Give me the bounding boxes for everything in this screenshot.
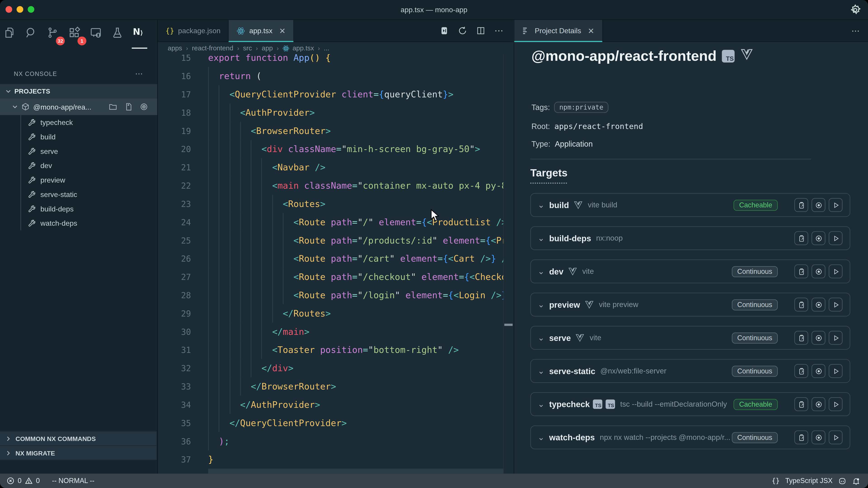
tab-app-tsx[interactable]: app.tsx ✕: [229, 20, 294, 41]
code-line-35[interactable]: 35 </QueryClientProvider>: [158, 414, 504, 432]
code-line-25[interactable]: 25 <Route path="/products/:id" element={…: [158, 231, 504, 250]
breadcrumb-item[interactable]: app.tsx: [292, 44, 314, 52]
target-card-build[interactable]: buildvite buildCacheable: [530, 193, 850, 217]
code-line-28[interactable]: 28 <Route path="/login" element={<Login …: [158, 286, 504, 304]
task-item-typecheck[interactable]: typecheck: [0, 115, 157, 129]
source-control-icon[interactable]: 32: [46, 27, 61, 46]
view-target-graph-button[interactable]: [811, 364, 825, 378]
split-editor-icon[interactable]: [476, 26, 486, 35]
breadcrumb-item[interactable]: src: [243, 44, 252, 52]
run-target-button[interactable]: [829, 198, 842, 212]
projects-section-header[interactable]: PROJECTS: [0, 84, 157, 98]
view-target-graph-button[interactable]: [811, 397, 825, 411]
sidebar-more-actions-icon[interactable]: ⋯: [135, 69, 143, 78]
view-target-graph-button[interactable]: [811, 298, 825, 312]
title-bar[interactable]: app.tsx — mono-app: [0, 0, 868, 20]
tab-package-json[interactable]: {} package.json: [158, 20, 229, 41]
copy-target-button[interactable]: [794, 231, 808, 245]
code-line-23[interactable]: 23 <Routes>: [158, 195, 504, 213]
task-item-serve[interactable]: serve: [0, 144, 157, 158]
refresh-icon[interactable]: [458, 26, 467, 35]
run-target-button[interactable]: [829, 331, 842, 345]
copilot-icon[interactable]: [838, 477, 846, 485]
copy-target-button[interactable]: [794, 298, 808, 312]
breadcrumb[interactable]: apps›react-frontend›src›app›app.tsx›...: [158, 42, 513, 54]
search-icon[interactable]: [25, 27, 39, 46]
task-item-preview[interactable]: preview: [0, 173, 157, 187]
run-target-button[interactable]: [829, 364, 842, 378]
copy-target-button[interactable]: [794, 265, 808, 278]
extensions-icon[interactable]: 1: [68, 27, 83, 46]
editor-more-actions-icon[interactable]: ⋯: [494, 26, 504, 36]
code-line-19[interactable]: 19 <BrowserRouter>: [158, 122, 504, 140]
chevron-down-icon[interactable]: [538, 368, 544, 374]
tab-project-details[interactable]: Project Details ✕: [514, 20, 602, 41]
view-target-graph-button[interactable]: [811, 231, 825, 245]
code-line-37[interactable]: 37}: [158, 450, 504, 468]
copy-target-button[interactable]: [794, 364, 808, 378]
code-line-22[interactable]: 22 <main className="container mx-auto px…: [158, 176, 504, 195]
code-line-16[interactable]: 16 return (: [158, 67, 504, 85]
code-line-31[interactable]: 31 <Toaster position="bottom-right" />: [158, 341, 504, 359]
nx-icon[interactable]: N⟩: [133, 27, 147, 46]
code-line-33[interactable]: 33 </BrowserRouter>: [158, 377, 504, 396]
code-line-27[interactable]: 27 <Route path="/checkout" element={<Che…: [158, 268, 504, 286]
language-mode[interactable]: TypeScript JSX: [785, 477, 833, 485]
code-line-29[interactable]: 29 </Routes>: [158, 304, 504, 323]
task-item-build[interactable]: build: [0, 129, 157, 144]
target-card-serve[interactable]: serveviteContinuous: [530, 326, 850, 350]
view-target-graph-button[interactable]: [811, 265, 825, 278]
code-line-21[interactable]: 21 <Navbar />: [158, 158, 504, 176]
close-panel-icon[interactable]: ✕: [588, 26, 594, 35]
files-icon[interactable]: [3, 27, 18, 46]
common-nx-commands-section[interactable]: COMMON NX COMMANDS: [0, 431, 157, 446]
target-card-watch-deps[interactable]: watch-depsnpx nx watch --projects @mono-…: [530, 425, 850, 449]
run-target-button[interactable]: [829, 430, 842, 444]
copy-target-button[interactable]: [794, 397, 808, 411]
target-icon[interactable]: [140, 102, 148, 111]
target-card-typecheck[interactable]: typecheckTSTStsc --build --emitDeclarati…: [530, 392, 850, 416]
code-line-24[interactable]: 24 <Route path="/" element={<ProductList…: [158, 213, 504, 231]
code-line-18[interactable]: 18 <AuthProvider>: [158, 103, 504, 122]
target-card-serve-static[interactable]: serve-static@nx/web:file-serverContinuou…: [530, 359, 850, 383]
chevron-down-icon[interactable]: [538, 335, 544, 341]
project-row[interactable]: @mono-app/rea...: [0, 98, 157, 115]
close-tab-icon[interactable]: ✕: [279, 26, 286, 35]
chevron-down-icon[interactable]: [538, 268, 544, 274]
code-line-30[interactable]: 30 </main>: [158, 323, 504, 341]
target-card-build-deps[interactable]: build-depsnx:noop: [530, 226, 850, 250]
view-target-graph-button[interactable]: [811, 198, 825, 212]
run-target-button[interactable]: [829, 265, 842, 278]
test-beaker-icon[interactable]: [111, 27, 126, 46]
code-line-17[interactable]: 17 <QueryClientProvider client={queryCli…: [158, 85, 504, 103]
editor-scrollbar[interactable]: [503, 54, 513, 474]
task-item-build-deps[interactable]: build-deps: [0, 201, 157, 216]
task-item-watch-deps[interactable]: watch-deps: [0, 216, 157, 230]
folder-icon[interactable]: [108, 102, 117, 111]
code-line-15[interactable]: 15export function App() {: [158, 54, 504, 67]
copy-target-button[interactable]: [794, 331, 808, 345]
code-line-34[interactable]: 34 </AuthProvider>: [158, 396, 504, 414]
open-changes-icon[interactable]: [439, 26, 449, 35]
breadcrumb-item[interactable]: apps: [168, 44, 182, 52]
chevron-down-icon[interactable]: [538, 302, 544, 308]
code-editor[interactable]: 15export function App() {16 return (17 <…: [158, 54, 504, 474]
copy-target-button[interactable]: [794, 198, 808, 212]
settings-gear-icon[interactable]: [849, 4, 862, 16]
chevron-down-icon[interactable]: [538, 401, 544, 408]
code-line-36[interactable]: 36 );: [158, 432, 504, 451]
run-target-button[interactable]: [829, 231, 842, 245]
file-refresh-icon[interactable]: [124, 102, 133, 111]
chevron-down-icon[interactable]: [538, 434, 544, 440]
code-line-20[interactable]: 20 <div className="min-h-screen bg-gray-…: [158, 140, 504, 158]
task-item-dev[interactable]: dev: [0, 158, 157, 173]
chevron-down-icon[interactable]: [538, 235, 544, 241]
problems-indicator[interactable]: 0 0: [6, 477, 40, 485]
remote-explorer-icon[interactable]: [90, 27, 104, 46]
view-target-graph-button[interactable]: [811, 430, 825, 444]
view-target-graph-button[interactable]: [811, 331, 825, 345]
copy-target-button[interactable]: [794, 430, 808, 444]
nx-migrate-section[interactable]: NX MIGRATE: [0, 445, 157, 460]
chevron-down-icon[interactable]: [538, 202, 544, 208]
breadcrumb-item[interactable]: ...: [324, 44, 329, 52]
